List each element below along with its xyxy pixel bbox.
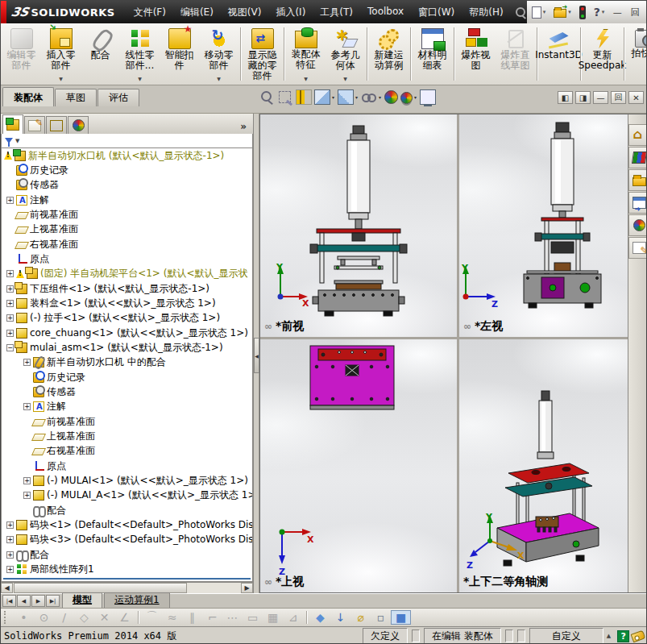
spline-icon[interactable]: ≈ <box>162 611 182 624</box>
pane-right-icon[interactable]: ◨ <box>575 91 591 104</box>
performance-button[interactable] <box>578 4 587 21</box>
doc-close-icon[interactable]: ✕ <box>628 91 644 104</box>
viewport-top[interactable]: X Z ∞ *上视 <box>260 339 457 592</box>
grid-icon[interactable]: ▦ <box>263 611 283 624</box>
tree-item[interactable]: +码块<1> (Default<<Default>_PhotoWorks Dis… <box>2 517 252 532</box>
expand-icon[interactable]: + <box>6 566 14 573</box>
tree-item[interactable]: +(-) 拉手<1> (默认<<默认>_显示状态 1>) <box>2 311 252 326</box>
toolbar-drag-handle[interactable] <box>4 611 7 624</box>
home-tab[interactable] <box>628 124 647 146</box>
viewport-left[interactable]: Y Z ∞ *左视 <box>459 114 628 337</box>
view-orientation-icon[interactable] <box>314 89 330 105</box>
tree-item[interactable]: +配合 <box>2 547 252 562</box>
line-icon[interactable]: / <box>54 611 74 624</box>
view-palette-tab[interactable] <box>628 192 647 214</box>
menu-item-toolbox[interactable]: Toolbox <box>360 2 411 23</box>
first-tab-icon[interactable]: |◀ <box>2 595 16 607</box>
display-style-icon[interactable] <box>338 89 354 105</box>
tree-item[interactable]: 前视基准面 <box>2 414 252 429</box>
cmd-linear-component-pattern-button[interactable]: 线性零部件...▼ <box>120 25 160 83</box>
cmd-move-component-button[interactable]: 移动零部件▼ <box>199 25 238 83</box>
view-settings-icon[interactable] <box>420 89 436 105</box>
hide-show-items-icon[interactable] <box>361 89 377 105</box>
expand-icon[interactable]: + <box>6 314 14 322</box>
tab-assembly[interactable]: 装配体 <box>2 87 54 106</box>
tree-item[interactable]: 原点 <box>2 459 252 473</box>
maximize-button[interactable]: 回 <box>626 6 644 19</box>
zoom-fit-icon[interactable] <box>259 89 275 105</box>
menu-item-edit[interactable]: 编辑(E) <box>173 2 221 23</box>
expand-icon[interactable]: + <box>6 270 14 277</box>
tree-item[interactable]: +下压组件<1> (默认<默认_显示状态-1>) <box>2 281 252 296</box>
tree-item[interactable]: +新半自动切水口机 中的配合 <box>2 355 252 370</box>
expand-icon[interactable]: + <box>23 359 31 366</box>
open-button[interactable]: ▾ <box>552 5 573 19</box>
cmd-instant3d-button[interactable]: Instant3D <box>539 25 579 83</box>
tree-item[interactable]: 配合 <box>2 503 252 517</box>
doc-restore-icon[interactable]: 回 <box>611 91 626 104</box>
cmd-exploded-view-button[interactable]: 爆炸视图 <box>456 25 496 83</box>
tree-item[interactable]: 右视基准面 <box>2 444 252 459</box>
menu-item-file[interactable]: 文件(F) <box>126 2 173 23</box>
tree-item[interactable]: 传感器 <box>2 384 252 399</box>
centerline-icon[interactable]: ⋯ <box>222 611 243 624</box>
menu-item-view[interactable]: 视图(V) <box>221 2 269 23</box>
tree-item[interactable]: +(-) MULAI<1> (默认<<默认>_显示状态 1>) <box>2 473 252 488</box>
panel-splitter[interactable]: ◀ <box>254 114 259 593</box>
tree-item[interactable]: +(固定) 半自动机架平台<1> (默认<默认_显示状 <box>2 267 252 281</box>
corner-rectangle-icon[interactable]: ⌐ <box>202 611 222 624</box>
expand-icon[interactable]: + <box>6 197 14 204</box>
dropdown-caret-icon[interactable]: ▼ <box>304 76 308 81</box>
expand-icon[interactable]: + <box>6 521 14 529</box>
tree-item[interactable]: −mulai_asm<1> (默认<默认_显示状态-1>) <box>2 340 252 355</box>
filter-caret-icon[interactable]: ▼ <box>15 138 19 144</box>
cmd-insert-component-button[interactable]: 插入零部件▼ <box>41 25 81 83</box>
design-library-tab[interactable] <box>628 147 647 168</box>
scroll-left-icon[interactable]: ◀ <box>1 583 13 593</box>
menu-item-window[interactable]: 窗口(W) <box>411 2 462 23</box>
appearances-tab[interactable] <box>628 214 647 236</box>
tag-icon[interactable] <box>631 629 646 642</box>
tree-item[interactable]: 传感器 <box>2 178 252 193</box>
viewport-isometric[interactable]: Y X Z *上下二等角轴测 <box>459 339 628 592</box>
pin-menu-icon[interactable] <box>514 6 527 19</box>
dropdown-caret-icon[interactable]: ▼ <box>217 76 221 81</box>
selection-filter-icon[interactable]: ▫ <box>371 611 391 624</box>
expand-icon[interactable]: + <box>6 285 14 293</box>
scrollbar-track[interactable] <box>188 583 241 593</box>
dropdown-caret-icon[interactable]: ▾ <box>543 9 546 15</box>
circle-icon[interactable]: ⊙ <box>34 611 54 624</box>
last-tab-icon[interactable]: ▶| <box>46 595 60 607</box>
sketch-fillet-icon[interactable]: ∠ <box>114 611 135 624</box>
apply-scene-icon[interactable] <box>400 92 413 104</box>
cmd-reference-geometry-button[interactable]: 参考几何体▼ <box>326 25 365 83</box>
polygon-icon[interactable]: ◇ <box>74 611 94 624</box>
tree-item[interactable]: +(-) MULAI_A<1> (默认<<默认>_显示状态 1>) <box>2 488 252 503</box>
menu-item-insert[interactable]: 插入(I) <box>268 2 313 23</box>
zoom-to-area-icon[interactable] <box>277 89 293 105</box>
pane-left-icon[interactable]: ◧ <box>558 91 573 104</box>
prev-tab-icon[interactable]: ◀ <box>17 595 31 607</box>
arc-icon[interactable]: ⌒ <box>142 610 162 625</box>
cmd-bill-of-materials-button[interactable]: 材料明细表 <box>413 25 452 83</box>
measure-icon[interactable]: ⌀ <box>350 611 371 624</box>
tree-filter-bar[interactable]: ▼ <box>1 134 253 148</box>
expand-icon[interactable]: + <box>6 300 14 307</box>
cmd-update-speedpak-button[interactable]: 更新Speedpak <box>583 25 622 83</box>
cmd-take-snapshot-button[interactable]: 拍快照 <box>626 25 647 83</box>
section-view-icon[interactable] <box>296 89 312 105</box>
cmd-new-motion-study-button[interactable]: 新建运动算例 <box>369 25 409 83</box>
dropdown-caret-icon[interactable]: ▼ <box>343 76 347 81</box>
cmd-smart-fasteners-button[interactable]: 智能扣件 <box>160 25 199 83</box>
doc-tab-model[interactable]: 模型 <box>62 592 102 608</box>
sketch-point-icon[interactable]: • <box>14 611 34 624</box>
next-tab-icon[interactable]: ▶ <box>31 595 45 607</box>
tree-item[interactable]: +装料盒<1> (默认<<默认>_显示状态 1>) <box>2 296 252 310</box>
smart-dimension-icon[interactable]: ⊿ <box>283 611 303 624</box>
trim-entities-icon[interactable]: ✕ <box>94 611 114 624</box>
dropdown-caret-icon[interactable]: ▾ <box>568 9 571 15</box>
minimize-button[interactable]: — <box>608 6 626 19</box>
custom-properties-tab[interactable] <box>628 237 647 259</box>
displaymanager-tab[interactable] <box>68 116 89 134</box>
rollback-bar[interactable] <box>3 578 251 580</box>
